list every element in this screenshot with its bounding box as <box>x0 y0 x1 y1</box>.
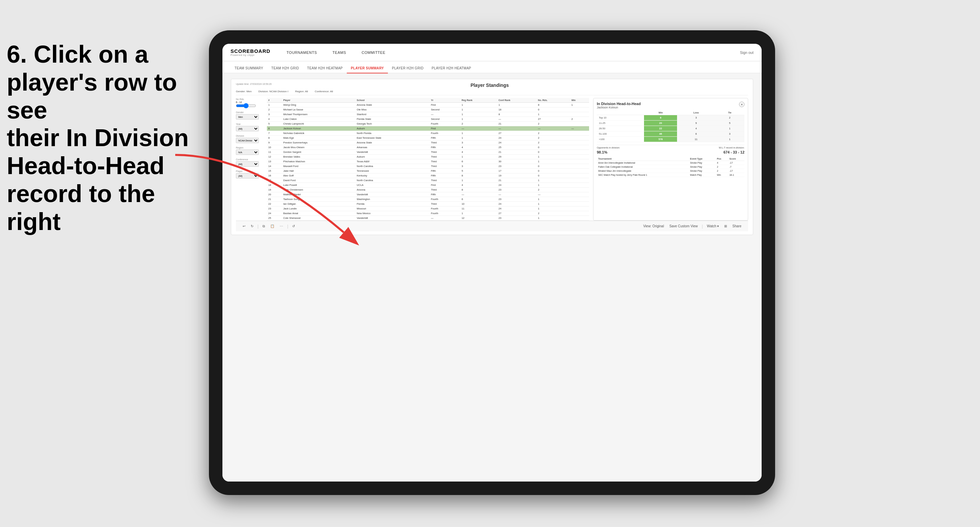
view-original-button[interactable]: View: Original <box>642 224 666 229</box>
table-row[interactable]: 10 Jacob Mou-Olesen Arkansas Fifth 4 25 … <box>267 145 589 150</box>
tourn-col-score: Score <box>728 157 745 161</box>
table-row[interactable]: 2 Michael La Sasse Ole Miss Second 1 18 … <box>267 108 589 112</box>
more-options[interactable]: ⋯ <box>278 224 285 229</box>
table-row[interactable]: 13 Phichaksn Maichon Texas A&M Third 6 3… <box>267 159 589 164</box>
table-row[interactable]: 19 Tiger Christensen Arizona Third 8 23 … <box>267 187 589 192</box>
table-row[interactable]: 21 Taehoon Song Washington Fourth 6 23 1 <box>267 197 589 202</box>
nav-committee[interactable]: COMMITTEE <box>359 49 388 56</box>
cell-rds: 0 <box>536 169 570 173</box>
sign-out-button[interactable]: Sign out <box>740 51 754 54</box>
table-row[interactable]: 25 Cole Sherwood Vanderbilt — 12 23 1 <box>267 216 589 221</box>
cell-conf: — <box>497 117 536 122</box>
tab-player-h2h-heatmap[interactable]: PLAYER H2H HEATMAP <box>428 63 475 73</box>
cell-school: North Carolina <box>356 178 430 183</box>
table-row[interactable]: 4 Luke Claton Florida State Second 1 — 2… <box>267 117 589 122</box>
cell-rds: 0 <box>536 150 570 155</box>
cell-conf: 21 <box>497 122 536 126</box>
cell-rds: 2 <box>536 131 570 136</box>
cell-rank: 9 <box>267 140 282 145</box>
watch-button[interactable]: Watch ▾ <box>706 224 721 229</box>
tab-team-summary[interactable]: TEAM SUMMARY <box>231 63 267 73</box>
cell-win <box>570 178 589 183</box>
h2h-close-button[interactable]: ✕ <box>739 102 745 107</box>
table-row[interactable]: 16 Alex Goff Kentucky Fifth 8 19 0 <box>267 173 589 178</box>
save-custom-button[interactable]: Save Custom View <box>668 224 699 229</box>
cell-win <box>570 169 589 173</box>
table-row[interactable]: 17 David Ford North Carolina Third 1 21 … <box>267 178 589 183</box>
cell-rds: 0 <box>536 145 570 150</box>
cell-player: Christo Lamprecht <box>282 122 355 126</box>
table-row[interactable]: 20 Matthew Riedel Vanderbilt Fifth — — — <box>267 192 589 197</box>
table-row[interactable]: 14 Maxwell Ford North Carolina Third 3 2… <box>267 164 589 169</box>
table-row[interactable]: 15 Jake Hall Tennessee Fifth 5 17 0 <box>267 169 589 173</box>
undo-button[interactable]: ↩ <box>241 224 247 229</box>
cell-player: Gordon Sargent <box>282 150 355 155</box>
cell-reg: 3 <box>460 140 497 145</box>
cell-reg: 4 <box>460 145 497 150</box>
table-row[interactable]: 7 Nicholas Gabrelcik North Florida Fourt… <box>267 131 589 136</box>
refresh-button[interactable]: ↺ <box>291 224 296 229</box>
conference-filter-select[interactable]: (All) <box>236 161 259 167</box>
card-title: Player Standings <box>272 83 708 88</box>
table-row[interactable]: 11 Gordon Sargent Vanderbilt Third 4 21 … <box>267 150 589 155</box>
cell-win <box>570 202 589 206</box>
cell-win <box>570 159 589 164</box>
logo-area: SCOREBOARD Powered by clippi <box>231 49 270 57</box>
no-rds-slider[interactable] <box>236 104 256 108</box>
copy-button[interactable]: ⧉ <box>261 224 266 229</box>
cell-conf: 25 <box>497 145 536 150</box>
cell-yr: Third <box>430 155 460 159</box>
player-filter-select[interactable]: (All) <box>236 173 259 178</box>
share-button[interactable]: Share <box>731 224 743 229</box>
cell-rds: 0 <box>536 173 570 178</box>
layout-button[interactable]: ⊞ <box>723 224 728 229</box>
cell-player: Taehoon Song <box>282 197 355 202</box>
tab-team-h2h-heatmap[interactable]: TEAM H2H HEATMAP <box>303 63 347 73</box>
h2h-title: In Division Head-to-Head <box>597 102 641 106</box>
table-row[interactable]: 1 Wenyi Ding Arizona State First 1 1 8 1 <box>267 103 589 108</box>
table-row[interactable]: 24 Bastian Amat New Mexico Fourth 1 27 2 <box>267 211 589 216</box>
redo-button[interactable]: ↻ <box>250 224 255 229</box>
update-time: Update time: 27/03/2024 16:56:26 <box>236 83 272 86</box>
tournament-table: Tournament Event Type Pos Score Amer Am … <box>597 157 745 177</box>
nav-tournaments[interactable]: TOURNAMENTS <box>284 49 320 56</box>
tablet-screen: SCOREBOARD Powered by clippi TOURNAMENTS… <box>223 44 762 481</box>
tournament-row: Fallen Oak Collegiate Invitational Strok… <box>597 165 745 169</box>
tourn-score: -7 <box>728 165 745 169</box>
year-filter-select[interactable]: (All) <box>236 126 259 131</box>
cell-win <box>570 150 589 155</box>
h2h-range: 51-100 <box>597 131 644 137</box>
tourn-score: -17 <box>728 161 745 165</box>
region-filter-select[interactable]: N/A <box>236 149 259 155</box>
cell-rds: 1 <box>536 178 570 183</box>
tab-player-h2h-grid[interactable]: PLAYER H2H GRID <box>388 63 428 73</box>
cell-reg: 1 <box>460 211 497 216</box>
tab-player-summary[interactable]: PLAYER SUMMARY <box>347 63 388 73</box>
paste-button[interactable]: 📋 <box>269 224 276 229</box>
cell-school: Stanford <box>356 112 430 117</box>
cell-reg: 8 <box>460 173 497 178</box>
cell-reg: 1 <box>460 155 497 159</box>
tourn-score: -17 <box>728 169 745 173</box>
table-row[interactable]: 8 Mats Ege East Tennessee State Fifth 1 … <box>267 136 589 140</box>
cell-conf: — <box>497 192 536 197</box>
table-row[interactable]: 3 Michael Thorbjornsen Stanford — 1 8 1 <box>267 112 589 117</box>
tournament-row: SEC Match Play hosted by Jerry Pate Roun… <box>597 173 745 177</box>
table-row[interactable]: 22 Ian Gilligan Florida Third 10 24 1 <box>267 202 589 206</box>
cell-win <box>570 192 589 197</box>
cell-rank: 22 <box>267 202 282 206</box>
tourn-type: Stroke Play <box>689 169 716 173</box>
table-row[interactable]: 23 Jack Lundin Missouri Fourth 11 24 1 <box>267 206 589 211</box>
cell-school: Arizona State <box>356 103 430 108</box>
table-row[interactable]: 12 Brendan Valles Auburn Third 1 29 1 <box>267 155 589 159</box>
tab-team-h2h-grid[interactable]: TEAM H2H GRID <box>267 63 303 73</box>
table-row[interactable]: 6 Jackson Koivun Auburn First — — — — <box>267 126 589 131</box>
gender-filter-select[interactable]: Men <box>236 114 259 119</box>
table-row[interactable]: 18 Luke Powell UCLA First 4 24 1 <box>267 183 589 187</box>
table-row[interactable]: 9 Preston Summerhays Arizona State Third… <box>267 140 589 145</box>
cell-win <box>570 197 589 202</box>
table-row[interactable]: 5 Christo Lamprecht Georgia Tech Fourth … <box>267 122 589 126</box>
h2h-loss-cell: 11 <box>677 137 715 142</box>
division-filter-select[interactable]: NCAA Division I <box>236 138 259 143</box>
nav-teams[interactable]: TEAMS <box>330 49 349 56</box>
